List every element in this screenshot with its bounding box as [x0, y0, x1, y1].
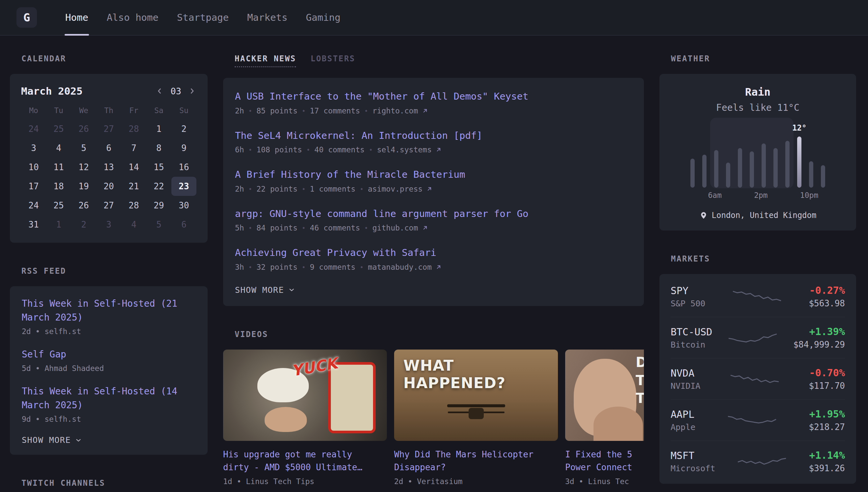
weather-bar-slot	[817, 122, 829, 188]
video-card[interactable]: WHAT HAPPENED?Why Did The Mars Helicopte…	[394, 349, 558, 486]
news-show-more-label: SHOW MORE	[235, 285, 284, 295]
tab-lobsters[interactable]: LOBSTERS	[310, 54, 355, 67]
market-row[interactable]: BTC-USDBitcoin+1.39%$84,999.29	[670, 317, 845, 358]
news-item-source[interactable]: asimov.press	[368, 184, 422, 193]
news-item-title[interactable]: The SeL4 Microkernel: An Introduction [p…	[235, 129, 632, 143]
chevron-left-icon	[155, 87, 164, 95]
market-values: -0.70%$117.70	[809, 367, 845, 391]
rss-list: This Week in Self-Hosted (21 March 2025)…	[22, 297, 196, 423]
rss-item: This Week in Self-Hosted (14 March 2025)…	[22, 385, 196, 423]
weather-bar-slot	[770, 122, 782, 188]
weather-bar-slot	[722, 122, 734, 188]
calendar-day: 8	[146, 139, 172, 157]
video-thumbnail[interactable]: YUCK	[223, 349, 387, 441]
videos-list: YUCKHis upgrade got me really dirty - AM…	[223, 349, 644, 486]
market-name: Bitcoin	[670, 340, 712, 349]
news-meta-part: 6h	[235, 145, 244, 154]
external-link-icon	[426, 186, 433, 192]
market-name: NVIDIA	[670, 381, 700, 391]
news-meta-part: 2h	[235, 106, 244, 115]
calendar-weekday: Mo	[21, 103, 46, 119]
bullet-separator: •	[248, 146, 252, 153]
news-meta-part: 17 comments	[310, 106, 360, 115]
video-card[interactable]: YUCKHis upgrade got me really dirty - AM…	[223, 349, 387, 486]
weather-bar	[773, 148, 778, 188]
news-meta-part: 108 points	[256, 145, 302, 154]
rss-item-title[interactable]: This Week in Self-Hosted (21 March 2025)	[22, 297, 196, 324]
market-row[interactable]: AAPLApple+1.95%$218.27	[670, 399, 845, 441]
news-item: A Brief History of the Miracle Bacterium…	[235, 168, 632, 193]
news-item-title[interactable]: A Brief History of the Miracle Bacterium	[235, 168, 632, 181]
calendar-day: 17	[21, 177, 46, 196]
news-item-source[interactable]: sel4.systems	[377, 145, 432, 154]
weather-bar-slot	[758, 122, 769, 188]
video-thumbnail[interactable]: WHAT HAPPENED?	[394, 349, 558, 441]
market-identity: MSFTMicrosoft	[670, 450, 715, 473]
calendar-weekday: Th	[96, 103, 121, 119]
weather-time-label	[733, 191, 743, 199]
rss-show-more-button[interactable]: SHOW MORE	[22, 435, 82, 445]
rss-item-title[interactable]: This Week in Self-Hosted (14 March 2025)	[22, 385, 196, 412]
top-nav: G HomeAlso homeStartpageMarketsGaming	[0, 0, 868, 35]
calendar-prev-button[interactable]	[155, 87, 164, 95]
weather-bar	[821, 165, 825, 188]
markets-widget: MARKETS SPYS&P 500-0.27%$563.98BTC-USDBi…	[659, 254, 856, 484]
market-change: -0.70%	[809, 367, 845, 378]
calendar-days: 2425262728123456789101112131415161718192…	[21, 119, 196, 234]
video-title: I Fixed the 5 Power Connect	[565, 448, 644, 474]
news-item-title[interactable]: A USB Interface to the "Mother of All De…	[235, 90, 632, 103]
bullet-separator: •	[360, 185, 364, 193]
market-row[interactable]: MSFTMicrosoft+1.14%$391.26	[670, 441, 845, 482]
calendar-day: 11	[46, 157, 71, 177]
video-title: Why Did The Mars Helicopter Disappear?	[394, 448, 558, 474]
news-item-title[interactable]: Achieving Great Privacy with Safari	[235, 246, 632, 260]
weather-bar-slot	[734, 122, 746, 188]
app-logo[interactable]: G	[17, 7, 37, 28]
weather-time-label	[697, 191, 708, 199]
market-identity: NVDANVIDIA	[670, 367, 700, 391]
market-sparkline	[728, 329, 778, 346]
calendar-day: 24	[21, 119, 46, 139]
news-item-title[interactable]: argp: GNU-style command line argument pa…	[235, 207, 632, 221]
calendar-day: 6	[172, 215, 196, 234]
weather-bar-slot: 12°	[793, 122, 806, 188]
calendar-header: March 2025 03	[21, 85, 196, 97]
tab-hacker-news[interactable]: HACKER NEWS	[235, 54, 296, 67]
news-meta-part: 32 points	[256, 263, 297, 271]
nav-tab-markets[interactable]: Markets	[238, 0, 296, 35]
market-symbol: SPY	[670, 285, 705, 296]
market-row[interactable]: NVDANVIDIA-0.70%$117.70	[670, 358, 845, 399]
nav-tab-startpage[interactable]: Startpage	[168, 0, 238, 35]
calendar-next-button[interactable]	[188, 87, 196, 95]
calendar-day: 10	[21, 157, 46, 177]
news-meta-part: 2h	[235, 184, 244, 193]
bullet-separator: •	[307, 146, 310, 153]
rss-item-title[interactable]: Self Gap	[22, 348, 196, 362]
news-item-source[interactable]: righto.com	[372, 106, 418, 115]
markets-card: SPYS&P 500-0.27%$563.98BTC-USDBitcoin+1.…	[659, 274, 856, 484]
market-row[interactable]: SPYS&P 500-0.27%$563.98	[670, 276, 845, 317]
calendar-day: 12	[71, 157, 96, 177]
right-column: WEATHER Rain Feels like 11°C 12° 6am2pm1…	[659, 54, 856, 492]
weather-bar-slot	[782, 122, 793, 188]
calendar-day: 28	[121, 196, 146, 215]
news-item-source[interactable]: github.com	[372, 224, 418, 232]
bullet-separator: •	[302, 107, 306, 115]
market-symbol: AAPL	[670, 409, 695, 420]
market-price: $391.26	[809, 463, 845, 473]
nav-tab-also-home[interactable]: Also home	[98, 0, 168, 35]
weather-widget: WEATHER Rain Feels like 11°C 12° 6am2pm1…	[659, 54, 856, 230]
video-card[interactable]: DO T TI Fixed the 5 Power Connect3d • Li…	[565, 349, 644, 486]
weather-time-label	[743, 191, 754, 199]
location-pin-icon	[699, 211, 708, 220]
calendar-day: 13	[96, 157, 121, 177]
market-values: -0.27%$563.98	[809, 285, 845, 308]
video-thumbnail[interactable]: DO T T	[565, 349, 644, 441]
news-item-source[interactable]: matanabudy.com	[368, 263, 432, 271]
news-show-more-button[interactable]: SHOW MORE	[235, 285, 295, 295]
nav-tab-home[interactable]: Home	[56, 0, 98, 35]
market-sparkline	[730, 370, 779, 388]
calendar-day: 27	[96, 119, 121, 139]
bullet-separator: •	[365, 107, 368, 115]
nav-tab-gaming[interactable]: Gaming	[296, 0, 350, 35]
